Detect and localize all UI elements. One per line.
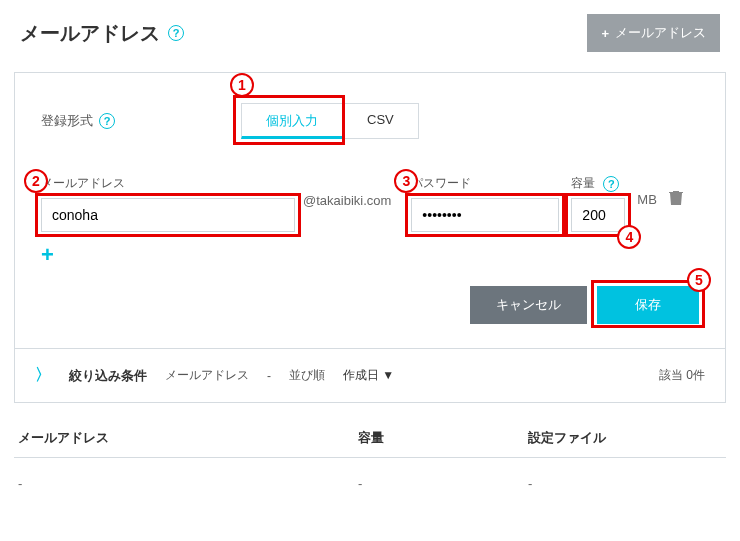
filter-title: 絞り込み条件 bbox=[69, 367, 147, 385]
callout-1: 1 bbox=[230, 73, 254, 97]
trash-icon[interactable] bbox=[669, 190, 683, 209]
email-input[interactable] bbox=[41, 198, 295, 232]
filter-mail-value: - bbox=[267, 369, 271, 383]
cell-email: - bbox=[18, 476, 358, 491]
domain-text: @takaibiki.com bbox=[303, 193, 391, 208]
add-mail-address-button[interactable]: メールアドレス bbox=[587, 14, 720, 52]
fields-row: 2 メールアドレス @takaibiki.com 3 パスワード 4 容量 MB bbox=[41, 175, 699, 232]
filter-bar: 〉 絞り込み条件 メールアドレス - 並び順 作成日 ▼ 該当 0件 bbox=[14, 349, 726, 403]
page-header: メールアドレス メールアドレス bbox=[0, 0, 740, 60]
password-label: パスワード bbox=[411, 175, 559, 192]
add-button-label: メールアドレス bbox=[615, 24, 706, 42]
cell-capacity: - bbox=[358, 476, 528, 491]
action-bar: キャンセル 5 保存 bbox=[41, 286, 699, 324]
form-panel: 登録形式 1 個別入力 CSV 2 メールアドレス @takaibiki.com… bbox=[14, 72, 726, 349]
tab-individual[interactable]: 個別入力 bbox=[241, 103, 343, 139]
registration-type-row: 登録形式 1 個別入力 CSV bbox=[41, 103, 699, 139]
filter-sort-value[interactable]: 作成日 ▼ bbox=[343, 367, 394, 384]
result-count: 該当 0件 bbox=[659, 367, 705, 384]
table-row: - - - bbox=[14, 458, 726, 509]
email-label: メールアドレス bbox=[41, 175, 295, 192]
help-icon[interactable] bbox=[168, 25, 184, 41]
callout-4: 4 bbox=[617, 225, 641, 249]
capacity-unit: MB bbox=[637, 192, 657, 207]
callout-5: 5 bbox=[687, 268, 711, 292]
cell-file: - bbox=[528, 476, 722, 491]
save-button[interactable]: 保存 bbox=[597, 286, 699, 324]
result-table: メールアドレス 容量 設定ファイル - - - bbox=[14, 419, 726, 509]
callout-2: 2 bbox=[24, 169, 48, 193]
capacity-input[interactable] bbox=[571, 198, 625, 232]
email-field-block: 2 メールアドレス bbox=[41, 175, 295, 232]
filter-sort-label: 並び順 bbox=[289, 367, 325, 384]
registration-type-tabs: 1 個別入力 CSV bbox=[241, 103, 419, 139]
col-file: 設定ファイル bbox=[528, 429, 722, 447]
filter-mail-label: メールアドレス bbox=[165, 367, 249, 384]
help-icon[interactable] bbox=[603, 176, 619, 192]
add-row-button[interactable]: + bbox=[41, 242, 54, 268]
tab-csv[interactable]: CSV bbox=[343, 103, 419, 139]
cancel-button[interactable]: キャンセル bbox=[470, 286, 587, 324]
password-input[interactable] bbox=[411, 198, 559, 232]
registration-type-label: 登録形式 bbox=[41, 112, 241, 130]
capacity-label: 容量 bbox=[571, 175, 595, 192]
password-field-block: 3 パスワード bbox=[411, 175, 559, 232]
chevron-right-icon[interactable]: 〉 bbox=[35, 365, 51, 386]
plus-icon bbox=[601, 26, 609, 41]
help-icon[interactable] bbox=[99, 113, 115, 129]
title-text: メールアドレス bbox=[20, 20, 160, 47]
capacity-field-block: 4 容量 bbox=[571, 175, 625, 232]
col-capacity: 容量 bbox=[358, 429, 528, 447]
table-header: メールアドレス 容量 設定ファイル bbox=[14, 419, 726, 458]
col-email: メールアドレス bbox=[18, 429, 358, 447]
page-title: メールアドレス bbox=[20, 20, 184, 47]
